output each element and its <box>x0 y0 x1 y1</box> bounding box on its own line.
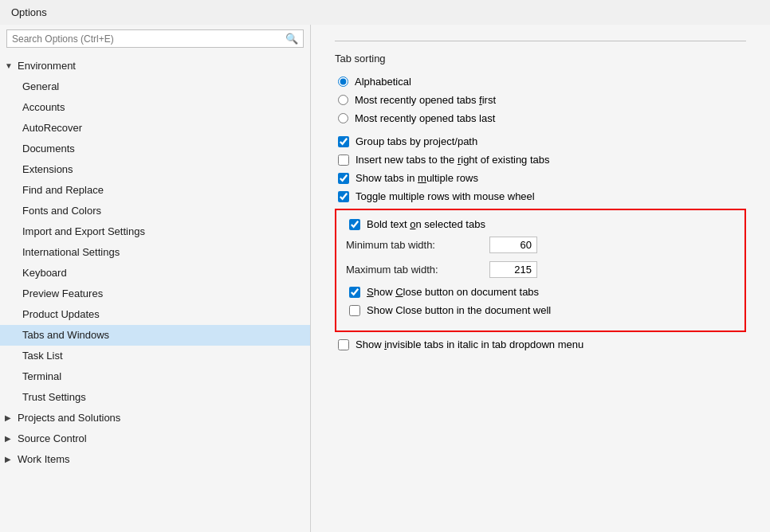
sidebar-item-tabs-windows[interactable]: Tabs and Windows <box>0 325 310 346</box>
sidebar-item-label: AutoRecover <box>22 122 82 134</box>
sidebar-item-extensions[interactable]: Extensions <box>0 159 310 180</box>
title-bar: Options <box>0 0 770 25</box>
highlighted-section: Bold text on selected tabs Minimum tab w… <box>335 209 746 332</box>
sidebar-item-label: Product Updates <box>22 308 100 320</box>
arrow-icon: ▶ <box>5 409 14 427</box>
window-title: Options <box>11 6 47 18</box>
tree: ▼ Environment General Accounts AutoRecov… <box>0 53 310 532</box>
sidebar-item-product-updates[interactable]: Product Updates <box>0 304 310 325</box>
sidebar: 🔍 ▼ Environment General Accounts AutoRec… <box>0 25 311 532</box>
checkbox-row-show-invisible: Show invisible tabs in italic in tab dro… <box>335 338 746 350</box>
checkbox-show-invisible-label: Show invisible tabs in italic in tab dro… <box>356 338 583 350</box>
checkbox-toggle-rows-label: Toggle multiple rows with mouse wheel <box>356 190 535 202</box>
sidebar-item-label: Keyboard <box>22 267 67 279</box>
sidebar-item-label: Import and Export Settings <box>22 225 145 237</box>
radio-row-alphabetical: Alphabetical <box>335 76 746 88</box>
checkbox-group-tabs[interactable] <box>338 136 349 147</box>
sidebar-item-label: Source Control <box>18 430 87 448</box>
sidebar-item-label: International Settings <box>22 246 120 258</box>
sidebar-item-label: Trust Settings <box>22 391 86 403</box>
checkbox-row-show-close-well: Show Close button in the document well <box>346 304 735 316</box>
sidebar-item-terminal[interactable]: Terminal <box>0 366 310 387</box>
sidebar-item-label: Tabs and Windows <box>22 329 109 341</box>
arrow-icon: ▶ <box>5 451 14 468</box>
radio-alphabetical[interactable] <box>338 76 348 87</box>
search-input[interactable] <box>12 33 285 45</box>
sidebar-item-preview-features[interactable]: Preview Features <box>0 284 310 304</box>
checkbox-row-group-tabs: Group tabs by project/path <box>335 135 746 147</box>
sidebar-item-work-items[interactable]: ▶ Work Items <box>0 449 310 470</box>
sidebar-item-label: Documents <box>22 143 75 155</box>
checkbox-row-multiple-rows: Show tabs in multiple rows <box>335 172 746 184</box>
sidebar-item-label: Preview Features <box>22 288 103 299</box>
checkbox-show-close-well[interactable] <box>349 305 360 316</box>
checkbox-toggle-rows[interactable] <box>338 191 349 202</box>
sidebar-item-documents[interactable]: Documents <box>0 139 310 159</box>
main-panel: Tab sorting Alphabetical Most recently o… <box>311 25 770 532</box>
radio-recent-last-label: Most recently opened tabs last <box>355 112 495 124</box>
checkbox-show-invisible[interactable] <box>338 339 349 350</box>
radio-alphabetical-label: Alphabetical <box>355 76 411 88</box>
checkbox-row-toggle-rows: Toggle multiple rows with mouse wheel <box>335 190 746 202</box>
radio-group-sorting: Alphabetical Most recently opened tabs f… <box>335 76 746 124</box>
sidebar-item-import-export[interactable]: Import and Export Settings <box>0 221 310 242</box>
checkbox-insert-tabs[interactable] <box>338 155 349 166</box>
sidebar-item-keyboard[interactable]: Keyboard <box>0 263 310 284</box>
environment-label: Environment <box>18 57 76 75</box>
sidebar-item-source-control[interactable]: ▶ Source Control <box>0 428 310 449</box>
sidebar-item-label: Projects and Solutions <box>18 409 120 427</box>
sidebar-item-autorecover[interactable]: AutoRecover <box>0 118 310 139</box>
field-row-max-width: Maximum tab width: <box>346 261 735 278</box>
sidebar-item-label: Work Items <box>18 451 70 468</box>
sidebar-item-task-list[interactable]: Task List <box>0 346 310 366</box>
tree-item-environment[interactable]: ▼ Environment <box>0 56 310 76</box>
sidebar-item-accounts[interactable]: Accounts <box>0 97 310 118</box>
checkbox-row-insert-tabs: Insert new tabs to the right of existing… <box>335 154 746 166</box>
sidebar-item-label: Fonts and Colors <box>22 205 101 217</box>
sidebar-item-projects-solutions[interactable]: ▶ Projects and Solutions <box>0 408 310 428</box>
radio-recent-first[interactable] <box>338 95 348 105</box>
sidebar-item-fonts-colors[interactable]: Fonts and Colors <box>0 201 310 221</box>
min-width-input[interactable] <box>489 237 537 253</box>
max-width-input[interactable] <box>489 261 537 278</box>
sidebar-item-find-replace[interactable]: Find and Replace <box>0 180 310 201</box>
search-container: 🔍 <box>6 29 304 48</box>
sidebar-item-label: Task List <box>22 350 63 362</box>
sidebar-item-label: Find and Replace <box>22 184 104 196</box>
radio-recent-first-label: Most recently opened tabs first <box>355 94 496 106</box>
radio-row-recent-last: Most recently opened tabs last <box>335 112 746 124</box>
min-width-label: Minimum tab width: <box>346 239 481 251</box>
radio-recent-last[interactable] <box>338 113 348 123</box>
sidebar-item-international[interactable]: International Settings <box>0 242 310 263</box>
radio-row-recent-first: Most recently opened tabs first <box>335 94 746 106</box>
sidebar-item-label: Accounts <box>22 101 65 113</box>
search-icon: 🔍 <box>285 33 298 45</box>
checkbox-bold-text[interactable] <box>349 219 360 230</box>
max-width-label: Maximum tab width: <box>346 264 481 276</box>
tab-sorting-title: Tab sorting <box>335 53 746 65</box>
sidebar-item-general[interactable]: General <box>0 76 310 97</box>
sidebar-item-label: Extensions <box>22 163 73 175</box>
checkbox-show-close-label: Show Close button on document tabs <box>367 286 539 298</box>
checkbox-row-bold-text: Bold text on selected tabs <box>346 218 735 230</box>
options-window: Options 🔍 ▼ Environment General Accounts <box>0 0 770 532</box>
checkbox-show-close-well-label: Show Close button in the document well <box>367 304 551 316</box>
checkbox-show-close[interactable] <box>349 287 360 298</box>
checkbox-insert-tabs-label: Insert new tabs to the right of existing… <box>356 154 550 166</box>
checkbox-multiple-rows[interactable] <box>338 173 349 184</box>
field-row-min-width: Minimum tab width: <box>346 237 735 253</box>
separator <box>335 41 746 41</box>
arrow-icon: ▶ <box>5 430 14 448</box>
checkbox-group-tabs-label: Group tabs by project/path <box>356 135 477 147</box>
checkbox-multiple-rows-label: Show tabs in multiple rows <box>356 172 478 184</box>
checkbox-row-show-close: Show Close button on document tabs <box>346 286 735 298</box>
sidebar-item-label: General <box>22 80 59 92</box>
checkbox-bold-text-label: Bold text on selected tabs <box>367 218 485 230</box>
arrow-icon: ▼ <box>5 57 14 75</box>
sidebar-item-trust-settings[interactable]: Trust Settings <box>0 387 310 408</box>
sidebar-item-label: Terminal <box>22 370 61 382</box>
